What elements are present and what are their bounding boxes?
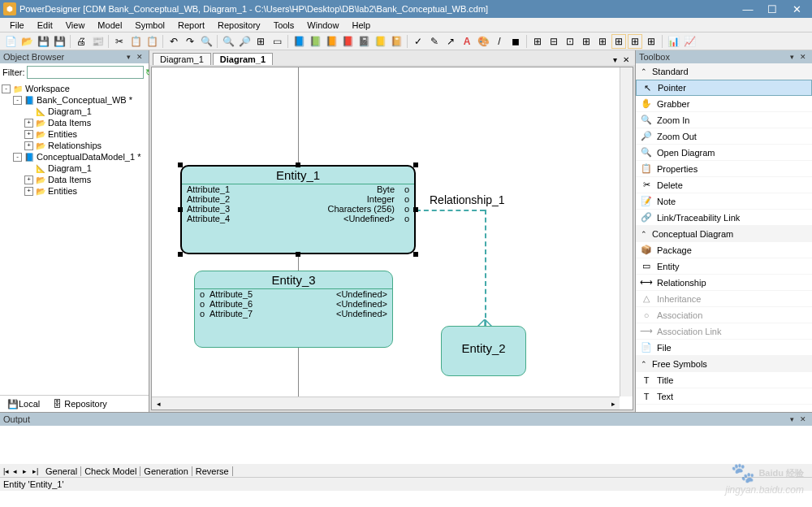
toolbox-delete[interactable]: ✂Delete	[636, 177, 812, 193]
diagram-tab-1[interactable]: Diagram_1	[153, 53, 211, 65]
win-4[interactable]: ⊞	[579, 34, 594, 49]
output-down-icon[interactable]: ▾	[786, 414, 797, 425]
output-close-icon[interactable]: ✕	[797, 414, 809, 425]
output-tab-general[interactable]: General	[42, 466, 81, 476]
tool-7[interactable]: 📔	[389, 34, 404, 49]
save-all-icon[interactable]: 💾	[52, 34, 67, 49]
toolbox-association[interactable]: ○Association	[636, 307, 812, 323]
shadow-icon[interactable]: ◼	[508, 34, 523, 49]
ext-2[interactable]: 📈	[682, 34, 697, 49]
entity-3[interactable]: Entity_3 oAttribute_5<Undefined> oAttrib…	[194, 271, 393, 348]
win-5[interactable]: ⊞	[595, 34, 610, 49]
paste-icon[interactable]: 📋	[145, 34, 159, 49]
win-3[interactable]: ⊡	[563, 34, 577, 49]
filter-input[interactable]	[27, 66, 144, 79]
redo-icon[interactable]: ↷	[183, 34, 197, 49]
toolbox-file[interactable]: 📄File	[636, 340, 812, 356]
tool-2[interactable]: 📗	[308, 34, 322, 49]
menu-window[interactable]: Window	[300, 20, 345, 31]
tree-node[interactable]: -📘Bank_Conceptual_WB *	[2, 94, 147, 106]
check-icon[interactable]: ✓	[411, 34, 425, 49]
output-nav-first[interactable]: |◂	[3, 467, 13, 475]
win-6[interactable]: ⊞	[611, 34, 626, 49]
toolbox-association-link[interactable]: ⟶Association Link	[636, 323, 812, 340]
close-button[interactable]: ✕	[784, 0, 809, 18]
canvas[interactable]: Relationship_1 Entity_1 Attribute_1Byteo…	[151, 67, 633, 410]
win-8[interactable]: ⊞	[644, 34, 659, 49]
entity-1[interactable]: Entity_1 Attribute_1Byteo Attribute_2Int…	[180, 165, 416, 254]
copy-icon[interactable]: 📋	[128, 34, 143, 49]
tool-5[interactable]: 📓	[356, 34, 371, 49]
menu-report[interactable]: Report	[171, 20, 211, 31]
toolbox-close-icon[interactable]: ✕	[797, 51, 809, 63]
toolbox-down-icon[interactable]: ▾	[786, 51, 797, 63]
menu-file[interactable]: File	[3, 20, 31, 31]
menu-tools[interactable]: Tools	[267, 20, 301, 31]
toolbox-free-symbols[interactable]: ⌃Free Symbols	[636, 356, 812, 372]
tree-node[interactable]: +📂Entities	[2, 185, 147, 197]
tree-node[interactable]: 📐Diagram_1	[2, 106, 147, 117]
entity-2[interactable]: Entity_2	[441, 326, 526, 376]
tool-3[interactable]: 📙	[324, 34, 339, 49]
browser-down-icon[interactable]: ▾	[123, 51, 134, 63]
win-1[interactable]: ⊞	[530, 34, 545, 49]
scrollbar-v[interactable]	[620, 67, 633, 396]
scroll-right-icon[interactable]: ▸	[607, 398, 620, 410]
scrollbar-h[interactable]: ◂ ▸	[152, 396, 620, 410]
menu-repository[interactable]: Repository	[211, 20, 267, 31]
tree-node[interactable]: +📂Data Items	[2, 174, 147, 185]
tool-4[interactable]: 📕	[340, 34, 355, 49]
toolbox-grabber[interactable]: ✋Grabber	[636, 96, 812, 112]
toolbox-pointer[interactable]: ↖Pointer	[636, 80, 812, 96]
diagram-tab-2[interactable]: Diagram_1	[213, 53, 273, 65]
toolbox-zoom-out[interactable]: 🔎Zoom Out	[636, 128, 812, 145]
win-2[interactable]: ⊟	[546, 34, 561, 49]
tab-repository[interactable]: 🗄Repository	[47, 397, 113, 410]
tabs-dropdown-icon[interactable]: ▾	[609, 54, 620, 65]
page-icon[interactable]: ▭	[270, 34, 284, 49]
relationship-line-h[interactable]	[416, 210, 485, 211]
toolbox-package[interactable]: 📦Package	[636, 242, 812, 258]
preview-icon[interactable]: 📰	[90, 34, 105, 49]
toolbox-zoom-in[interactable]: 🔍Zoom In	[636, 112, 812, 128]
text-icon[interactable]: A	[460, 34, 474, 49]
toolbox-note[interactable]: 📝Note	[636, 193, 812, 210]
menu-view[interactable]: View	[59, 20, 92, 31]
toolbox-title[interactable]: TTitle	[636, 372, 812, 388]
tab-local[interactable]: 💾Local	[2, 397, 45, 410]
menu-edit[interactable]: Edit	[31, 20, 59, 31]
menu-symbol[interactable]: Symbol	[128, 20, 171, 31]
cut-icon[interactable]: ✂	[112, 34, 127, 49]
find-icon[interactable]: 🔍	[199, 34, 214, 49]
toolbox-open-diagram[interactable]: 🔍Open Diagram	[636, 145, 812, 161]
minimize-button[interactable]: —	[736, 0, 760, 18]
tree-node[interactable]: +📂Entities	[2, 128, 147, 140]
fill-icon[interactable]: 🎨	[476, 34, 490, 49]
tree-node[interactable]: 📐Diagram_1	[2, 162, 147, 174]
tool-6[interactable]: 📒	[373, 34, 387, 49]
toolbox-text[interactable]: TText	[636, 388, 812, 405]
relationship-label[interactable]: Relationship_1	[430, 193, 505, 206]
browser-close-icon[interactable]: ✕	[134, 51, 145, 63]
zoom-out-icon[interactable]: 🔎	[237, 34, 252, 49]
scroll-left-icon[interactable]: ◂	[152, 398, 165, 410]
save-icon[interactable]: 💾	[36, 34, 50, 49]
win-7[interactable]: ⊞	[628, 34, 642, 49]
tree-node[interactable]: +📂Data Items	[2, 117, 147, 128]
ext-1[interactable]: 📊	[666, 34, 680, 49]
open-icon[interactable]: 📂	[19, 34, 34, 49]
zoom-icon[interactable]: 🔍	[221, 34, 235, 49]
menu-model[interactable]: Model	[91, 20, 128, 31]
undo-icon[interactable]: ↶	[166, 34, 181, 49]
toolbox-conceptual-diagram[interactable]: ⌃Conceptual Diagram	[636, 226, 812, 242]
output-nav-prev[interactable]: ◂	[13, 467, 23, 475]
toolbox-standard[interactable]: ⌃Standard	[636, 63, 812, 80]
new-icon[interactable]: 📄	[3, 34, 18, 49]
toolbox-entity[interactable]: ▭Entity	[636, 258, 812, 275]
tree-node[interactable]: -📘ConceptualDataModel_1 *	[2, 151, 147, 162]
output-tab-rev[interactable]: Reverse	[192, 466, 233, 476]
output-nav-next[interactable]: ▸	[23, 467, 32, 475]
tool-1[interactable]: 📘	[292, 34, 306, 49]
toolbox-relationship[interactable]: ⟷Relationship	[636, 275, 812, 291]
menu-help[interactable]: Help	[345, 20, 377, 31]
